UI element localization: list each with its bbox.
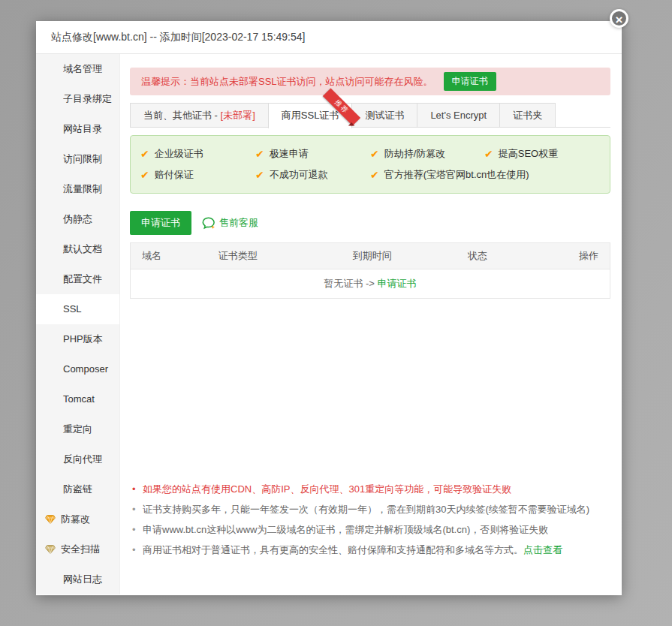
sidebar-item-rewrite[interactable]: 伪静态 bbox=[36, 204, 119, 234]
ssl-tabs: 当前、其他证书 - [未部署] 商用SSL证书 推荐 测试证书 Let's En… bbox=[130, 103, 610, 128]
close-icon[interactable]: × bbox=[610, 9, 628, 28]
presale-service-link[interactable]: 售前客服 bbox=[202, 216, 258, 230]
tab-label: 当前、其他证书 - bbox=[143, 110, 221, 121]
note-www-domain: 申请www.bt.cn这种以www为二级域名的证书，需绑定并解析顶级域名(bt.… bbox=[130, 519, 610, 540]
cert-feature-box: ✔企业级证书 ✔极速申请 ✔防劫持/防篡改 ✔提高SEO权重 ✔赔付保证 ✔不成… bbox=[130, 135, 610, 194]
tab-current-other-cert[interactable]: 当前、其他证书 - [未部署] bbox=[130, 103, 269, 127]
ssl-warning-text: 温馨提示：当前站点未部署SSL证书访问，站点访问可能存在风险。 bbox=[141, 75, 433, 89]
tab-undeployed-tag: [未部署] bbox=[221, 110, 255, 121]
apply-cert-button[interactable]: 申请证书 bbox=[130, 211, 191, 235]
tab-label: 商用SSL证书 bbox=[282, 110, 339, 121]
sidebar-item-site-dir[interactable]: 网站目录 bbox=[36, 114, 119, 144]
feature-item: ✔企业级证书 bbox=[140, 146, 255, 161]
feature-label: 企业级证书 bbox=[155, 146, 203, 161]
feature-item: ✔赔付保证 bbox=[140, 167, 255, 182]
gem-icon bbox=[45, 515, 56, 524]
note-renewal: 证书支持购买多年，只能一年签发一次（有效期一年），需在到期前30天内续签(续签暂… bbox=[130, 499, 610, 519]
dialog-title: 站点修改[www.bt.cn] -- 添加时间[2023-02-17 15:49… bbox=[36, 21, 622, 54]
tab-lets-encrypt[interactable]: Let's Encrypt bbox=[417, 103, 500, 127]
feature-item: ✔提高SEO权重 bbox=[484, 146, 600, 161]
sidebar: 域名管理 子目录绑定 网站目录 访问限制 流量限制 伪静态 默认文档 配置文件 … bbox=[36, 54, 120, 594]
feature-label: 提高SEO权重 bbox=[499, 146, 558, 161]
col-cert-type: 证书类型 bbox=[207, 243, 342, 269]
sidebar-item-ssl[interactable]: SSL bbox=[36, 294, 119, 324]
check-icon: ✔ bbox=[140, 167, 149, 182]
sidebar-item-reverse-proxy[interactable]: 反向代理 bbox=[36, 444, 119, 474]
sidebar-item-tamper-proof[interactable]: 防篡改 bbox=[36, 504, 119, 534]
sidebar-item-label: 安全扫描 bbox=[61, 534, 100, 564]
site-modify-dialog: × 站点修改[www.bt.cn] -- 添加时间[2023-02-17 15:… bbox=[36, 21, 622, 595]
sidebar-item-composer[interactable]: Composer bbox=[36, 354, 119, 384]
sidebar-item-label: 防篡改 bbox=[61, 504, 90, 534]
note-cdn-warning: 如果您的站点有使用CDN、高防IP、反向代理、301重定向等功能，可能导致验证失… bbox=[130, 479, 610, 499]
empty-apply-cert-link[interactable]: 申请证书 bbox=[378, 278, 417, 289]
col-status: 状态 bbox=[457, 243, 562, 269]
check-icon: ✔ bbox=[255, 167, 264, 182]
feature-item: ✔防劫持/防篡改 bbox=[370, 146, 484, 161]
sidebar-item-subdir-bind[interactable]: 子目录绑定 bbox=[36, 84, 119, 114]
cert-table-header-row: 域名 证书类型 到期时间 状态 操作 bbox=[131, 243, 610, 269]
tab-cert-folder[interactable]: 证书夹 bbox=[499, 103, 556, 127]
check-icon: ✔ bbox=[370, 146, 379, 161]
warning-apply-cert-button[interactable]: 申请证书 bbox=[444, 72, 496, 91]
col-expire-time: 到期时间 bbox=[342, 243, 457, 269]
feature-label: 极速申请 bbox=[270, 146, 309, 161]
ssl-panel: 温馨提示：当前站点未部署SSL证书访问，站点访问可能存在风险。 申请证书 当前、… bbox=[120, 54, 622, 594]
cert-table: 域名 证书类型 到期时间 状态 操作 暂无证书 -> 申请证书 bbox=[130, 242, 610, 299]
chat-bubble-icon bbox=[202, 217, 216, 230]
note-commercial-cert: 商用证书相对于普通证书，具有更高的安全性、赔付保障和支持通配符和多域名等方式。点… bbox=[130, 540, 610, 560]
feature-item: ✔官方推荐(宝塔官网bt.cn也在使用) bbox=[370, 167, 484, 182]
feature-label: 官方推荐(宝塔官网bt.cn也在使用) bbox=[384, 167, 529, 182]
sidebar-item-domain-manage[interactable]: 域名管理 bbox=[36, 54, 119, 84]
sidebar-item-php-version[interactable]: PHP版本 bbox=[36, 324, 119, 354]
check-icon: ✔ bbox=[484, 146, 493, 161]
presale-service-label: 售前客服 bbox=[219, 216, 258, 230]
sidebar-item-site-log[interactable]: 网站日志 bbox=[36, 564, 119, 594]
sidebar-item-access-limit[interactable]: 访问限制 bbox=[36, 144, 119, 174]
feature-label: 不成功可退款 bbox=[270, 167, 328, 182]
click-view-link[interactable]: 点击查看 bbox=[523, 544, 562, 555]
tab-commercial-ssl[interactable]: 商用SSL证书 推荐 bbox=[268, 103, 353, 128]
check-icon: ✔ bbox=[140, 146, 149, 161]
col-operation: 操作 bbox=[562, 243, 610, 269]
sidebar-item-tomcat[interactable]: Tomcat bbox=[36, 384, 119, 414]
feature-label: 赔付保证 bbox=[155, 167, 194, 182]
feature-item: ✔极速申请 bbox=[255, 146, 370, 161]
tab-test-cert[interactable]: 测试证书 bbox=[351, 103, 417, 127]
sidebar-item-default-doc[interactable]: 默认文档 bbox=[36, 234, 119, 264]
gem-icon bbox=[45, 545, 56, 554]
col-domain: 域名 bbox=[131, 243, 207, 269]
sidebar-item-redirect[interactable]: 重定向 bbox=[36, 414, 119, 444]
check-icon: ✔ bbox=[255, 146, 264, 161]
sidebar-item-config-file[interactable]: 配置文件 bbox=[36, 264, 119, 294]
sidebar-item-traffic-limit[interactable]: 流量限制 bbox=[36, 174, 119, 204]
feature-item: ✔不成功可退款 bbox=[255, 167, 370, 182]
feature-label: 防劫持/防篡改 bbox=[384, 146, 446, 161]
empty-cert-text: 暂无证书 -> bbox=[324, 278, 375, 289]
ssl-warning-bar: 温馨提示：当前站点未部署SSL证书访问，站点访问可能存在风险。 申请证书 bbox=[130, 68, 610, 95]
note-text: 商用证书相对于普通证书，具有更高的安全性、赔付保障和支持通配符和多域名等方式。 bbox=[143, 544, 523, 555]
cert-table-empty-row: 暂无证书 -> 申请证书 bbox=[131, 269, 610, 299]
sidebar-item-hotlink-protect[interactable]: 防盗链 bbox=[36, 474, 119, 504]
check-icon: ✔ bbox=[370, 167, 379, 182]
ssl-notes: 如果您的站点有使用CDN、高防IP、反向代理、301重定向等功能，可能导致验证失… bbox=[130, 479, 610, 560]
sidebar-item-security-scan[interactable]: 安全扫描 bbox=[36, 534, 119, 564]
